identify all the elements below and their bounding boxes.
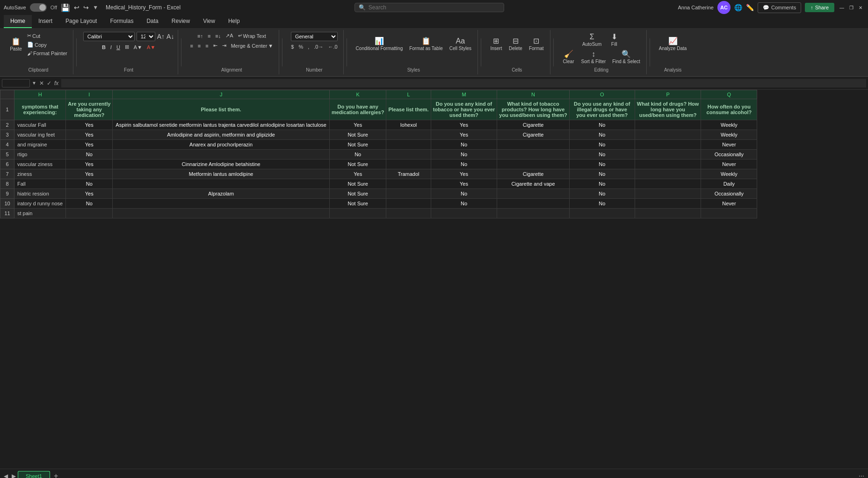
minimize-button[interactable]: — [838, 4, 846, 11]
restore-button[interactable]: ❐ [847, 4, 855, 11]
cell-Q-4[interactable]: Never [701, 159, 757, 169]
cell-H-7[interactable]: hiatric ression [14, 189, 66, 199]
cell-L-0[interactable]: Iohexol [386, 120, 431, 130]
col-header-J[interactable]: J [113, 90, 330, 99]
cancel-formula-button[interactable]: ✕ [38, 79, 45, 87]
cell-J-6[interactable] [113, 179, 330, 189]
cell-P-0[interactable] [635, 120, 701, 130]
align-right-button[interactable]: ≡ [203, 42, 210, 50]
insert-function-button[interactable]: fx [53, 79, 59, 87]
find-select-button[interactable]: 🔍 Find & Select [610, 49, 642, 65]
cell-styles-button[interactable]: Aa Cell Styles [447, 32, 474, 56]
cell-Q-7[interactable]: Occasionally [701, 189, 757, 199]
cell-N-6[interactable]: Cigarette and vape [497, 179, 569, 189]
align-left-top-button[interactable]: ≡↑ [195, 32, 205, 40]
cell-H-3[interactable]: rtigo [14, 150, 66, 159]
increase-font-icon[interactable]: A↑ [157, 33, 165, 40]
cell-Q-5[interactable]: Weekly [701, 169, 757, 179]
save-icon[interactable]: 💾 [61, 3, 70, 12]
cell-ref-dropdown[interactable]: ▼ [32, 80, 36, 86]
header-L[interactable]: Please list them. [386, 99, 431, 120]
cell-Q-8[interactable]: Never [701, 199, 757, 209]
analyze-data-button[interactable]: 📈 Analyze Data [657, 32, 689, 56]
cell-O-7[interactable]: No [569, 189, 635, 199]
clear-button[interactable]: 🧹 Clear [560, 49, 577, 65]
cell-L-2[interactable] [386, 140, 431, 150]
cell-J-3[interactable] [113, 150, 330, 159]
add-sheet-button[interactable]: + [50, 470, 62, 478]
cell-N-1[interactable]: Cigarette [497, 130, 569, 140]
cell-Q-3[interactable]: Occasionally [701, 150, 757, 159]
cell-N-3[interactable] [497, 150, 569, 159]
tab-formulas[interactable]: Formulas [103, 15, 140, 28]
cell-I-3[interactable]: No [66, 150, 113, 159]
cell-N-0[interactable]: Cigarette [497, 120, 569, 130]
comma-button[interactable]: , [306, 43, 311, 51]
format-button[interactable]: ⊡ Format [527, 32, 546, 56]
scroll-right-sheet[interactable]: ▶ [10, 471, 18, 478]
cell-L-7[interactable] [386, 189, 431, 199]
col-header-K[interactable]: K [329, 90, 386, 99]
cell-O-4[interactable]: No [569, 159, 635, 169]
col-header-N[interactable]: N [497, 90, 569, 99]
col-header-P[interactable]: P [635, 90, 701, 99]
cell-M-2[interactable]: No [431, 140, 497, 150]
header-K[interactable]: Do you have anymedication allergies? [329, 99, 386, 120]
cell-Q-0[interactable]: Weekly [701, 120, 757, 130]
cell-K-7[interactable]: Not Sure [329, 189, 386, 199]
cell-K-0[interactable]: Yes [329, 120, 386, 130]
increase-decimal-button[interactable]: .0→ [312, 43, 325, 51]
cell-Q-1[interactable]: Weekly [701, 130, 757, 140]
cell-Q-2[interactable]: Never [701, 140, 757, 150]
number-format-select[interactable]: General [291, 32, 338, 41]
tab-data[interactable]: Data [140, 15, 165, 28]
cell-O-6[interactable]: No [569, 179, 635, 189]
wrap-text-button[interactable]: ↵ Wrap Text [236, 32, 268, 40]
cell-J-9[interactable] [113, 209, 330, 218]
italic-button[interactable]: I [108, 43, 114, 51]
decrease-decimal-button[interactable]: ←.0 [326, 43, 339, 51]
cell-L-6[interactable] [386, 179, 431, 189]
col-header-O[interactable]: O [569, 90, 635, 99]
merge-center-button[interactable]: Merge & Center ▼ [229, 42, 275, 50]
cell-I-7[interactable]: Yes [66, 189, 113, 199]
align-center-top-button[interactable]: ≡ [206, 32, 212, 40]
cell-I-6[interactable]: No [66, 179, 113, 189]
cell-O-5[interactable]: No [569, 169, 635, 179]
align-right-top-button[interactable]: ≡↓ [213, 32, 223, 40]
conditional-formatting-button[interactable]: 📊 Conditional Formatting [354, 32, 405, 56]
cell-L-4[interactable] [386, 159, 431, 169]
close-button[interactable]: ✕ [857, 4, 864, 11]
cell-N-8[interactable] [497, 199, 569, 209]
cell-K-3[interactable]: No [329, 150, 386, 159]
cell-N-2[interactable] [497, 140, 569, 150]
sheet-tab-sheet1[interactable]: Sheet1 [18, 471, 50, 478]
formula-input[interactable] [61, 79, 866, 87]
col-header-I[interactable]: I [66, 90, 113, 99]
cell-P-4[interactable] [635, 159, 701, 169]
cell-I-4[interactable]: Yes [66, 159, 113, 169]
cell-M-4[interactable]: No [431, 159, 497, 169]
cell-H-4[interactable]: vascular ziness [14, 159, 66, 169]
paste-button[interactable]: 📋 Paste [7, 32, 24, 57]
cell-I-9[interactable] [66, 209, 113, 218]
cell-I-8[interactable]: No [66, 199, 113, 209]
cell-H-8[interactable]: iratory d runny nose [14, 199, 66, 209]
cell-L-1[interactable] [386, 130, 431, 140]
cell-H-2[interactable]: and migraine [14, 140, 66, 150]
cell-O-8[interactable]: No [569, 199, 635, 209]
format-as-table-button[interactable]: 📋 Format as Table [407, 32, 445, 56]
header-J[interactable]: Please list them. [113, 99, 330, 120]
cell-P-6[interactable] [635, 179, 701, 189]
cell-P-5[interactable] [635, 169, 701, 179]
cell-P-7[interactable] [635, 189, 701, 199]
cell-J-4[interactable]: Cinnarizine Amlodipine betahistine [113, 159, 330, 169]
sheet-options-icon[interactable]: ⋯ [857, 471, 866, 478]
cell-M-6[interactable]: Yes [431, 179, 497, 189]
header-P[interactable]: What kind of drugs? Howlong have youused… [635, 99, 701, 120]
autosum-button[interactable]: Σ AutoSum [580, 32, 604, 48]
cell-I-0[interactable]: Yes [66, 120, 113, 130]
customize-icon[interactable]: ▼ [93, 4, 98, 11]
header-I[interactable]: Are you currentlytaking anymedication? [66, 99, 113, 120]
cell-P-2[interactable] [635, 140, 701, 150]
